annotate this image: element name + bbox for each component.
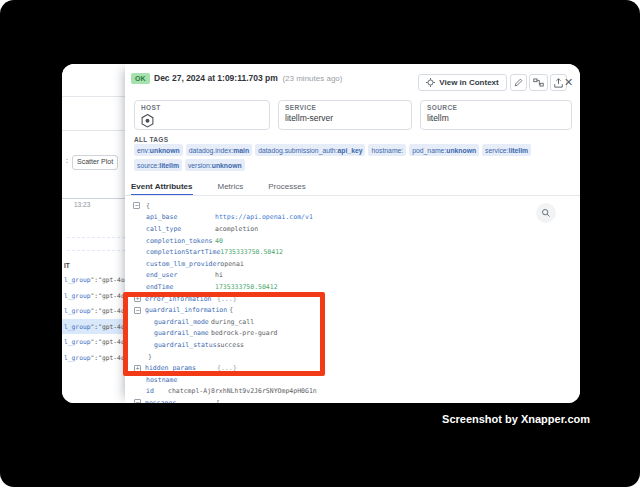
relative-time: (23 minutes ago)	[280, 74, 342, 83]
related-traces-button[interactable]	[529, 74, 548, 91]
view-in-context-label: View in Context	[439, 78, 498, 87]
export-icon	[554, 78, 563, 88]
screenshot-canvas: : Scatter Plot 13:23 IT l_group":"gpt-4o…	[0, 0, 640, 487]
collapse-icon[interactable]: −	[133, 202, 140, 209]
scatter-label-prefix: :	[66, 157, 68, 164]
list-item[interactable]: l_group":"gpt-4o	[62, 319, 125, 335]
tag-pill[interactable]: service:litellm	[482, 144, 531, 156]
json-row: }	[125, 351, 580, 363]
list-item[interactable]: l_group":"gpt-4o	[62, 272, 125, 288]
underlying-page-strip: : Scatter Plot 13:23 IT l_group":"gpt-4o…	[62, 64, 125, 403]
json-row: end_userhi	[125, 270, 580, 282]
chart-gridline	[67, 237, 125, 238]
tab-bar: Event AttributesMetricsProcesses	[131, 180, 306, 196]
tag-pill[interactable]: version:unknown	[185, 159, 245, 171]
watermark: Screenshot by Xnapper.com	[442, 413, 590, 425]
status-badge: OK	[131, 73, 150, 84]
list-item[interactable]: l_group":"gpt-4o	[62, 350, 125, 366]
json-row: −messages[	[125, 397, 580, 403]
json-row: guardrail_statussuccess	[125, 339, 580, 351]
list-item[interactable]: l_group":"gpt-4o	[62, 334, 125, 350]
json-row: hostname	[125, 374, 580, 386]
all-tags-label: ALL TAGS	[134, 136, 168, 143]
collapse-icon[interactable]: −	[134, 399, 141, 403]
view-in-context-button[interactable]: View in Context	[418, 74, 507, 91]
pencil-icon	[514, 78, 523, 87]
event-list: l_group":"gpt-4ol_group":"gpt-4ol_group"…	[62, 272, 125, 365]
row-divider	[62, 130, 125, 131]
tab-event-attributes[interactable]: Event Attributes	[131, 180, 193, 196]
scope-icon	[426, 78, 435, 87]
json-row: −{	[125, 200, 580, 212]
json-row: endTime1735333750.50412	[125, 281, 580, 293]
tab-processes[interactable]: Processes	[268, 180, 305, 196]
row-divider	[62, 96, 125, 97]
close-icon[interactable]: ✕	[564, 75, 573, 90]
related-traces-icon	[533, 78, 544, 87]
host-hexagon-icon	[141, 114, 263, 128]
event-attributes-tree: −{api_basehttps://api.openai.com/v1call_…	[125, 200, 580, 403]
time-axis-tick: 13:23	[74, 201, 90, 208]
json-row: guardrail_modeduring_call	[125, 316, 580, 328]
tag-pill[interactable]: hostname:	[368, 144, 406, 156]
service-box: SERVICE litellm-server	[278, 100, 412, 130]
list-column-header: IT	[64, 262, 70, 269]
tag-pill[interactable]: datadog.index:main	[186, 144, 252, 156]
json-row: completionStartTime1735333750.50412	[125, 246, 580, 258]
expand-icon[interactable]: +	[134, 365, 141, 372]
datadog-window: : Scatter Plot 13:23 IT l_group":"gpt-4o…	[62, 64, 580, 403]
service-value: litellm-server	[285, 113, 405, 123]
source-box: SOURCE litellm	[420, 100, 572, 130]
json-row: +hidden_params{...}	[125, 362, 580, 374]
json-row: completion_tokens40	[125, 235, 580, 247]
list-item[interactable]: l_group":"gpt-4o	[62, 288, 125, 304]
chart-axis-line	[62, 198, 125, 199]
json-row: −guardrail_information{	[125, 304, 580, 316]
host-box: HOST	[134, 100, 270, 130]
json-row: api_basehttps://api.openai.com/v1	[125, 212, 580, 224]
tag-pill[interactable]: datadog.submission_auth:api_key	[255, 144, 365, 156]
timestamp-text: Dec 27, 2024 at 1:09:11.703 pm	[154, 73, 278, 83]
json-row: guardrail_namebedrock-pre-guard	[125, 328, 580, 340]
json-row: +error_information{...}	[125, 293, 580, 305]
tag-list: env:unknowndatadog.index:maindatadog.sub…	[134, 144, 572, 171]
expand-icon[interactable]: +	[134, 295, 141, 302]
tab-metrics[interactable]: Metrics	[218, 180, 244, 196]
json-row: custom_llm_provideropenai	[125, 258, 580, 270]
json-row: idchatcmpl-Aj8rxhNLht9v2J6rSNYOmp4pH0G1n	[125, 386, 580, 398]
tag-pill[interactable]: source:litellm	[134, 159, 182, 171]
tab-divider	[125, 195, 580, 196]
collapse-icon[interactable]: −	[134, 307, 141, 314]
service-label: SERVICE	[285, 104, 405, 111]
edit-button[interactable]	[510, 74, 527, 91]
tag-pill[interactable]: env:unknown	[134, 144, 183, 156]
json-row: call_typeacompletion	[125, 223, 580, 235]
list-item[interactable]: l_group":"gpt-4o	[62, 303, 125, 319]
tag-pill[interactable]: pod_name:unknown	[409, 144, 479, 156]
source-value: litellm	[427, 113, 565, 123]
host-label: HOST	[141, 104, 263, 111]
event-timestamp: Dec 27, 2024 at 1:09:11.703 pm (23 minut…	[154, 73, 342, 83]
scatter-plot-button[interactable]: Scatter Plot	[72, 155, 118, 170]
source-label: SOURCE	[427, 104, 565, 111]
chart-gridline	[67, 250, 125, 251]
